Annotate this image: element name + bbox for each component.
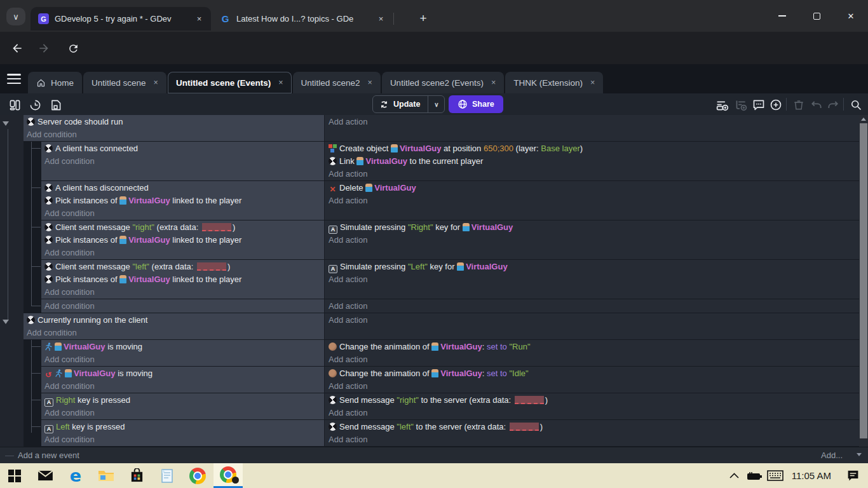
add-placeholder[interactable]: Add action (329, 433, 857, 446)
event-instruction[interactable]: A client has disconnected (44, 182, 322, 194)
main-menu-button[interactable] (7, 74, 21, 84)
actions-cell[interactable]: Create object VirtualGuy at position 650… (324, 142, 859, 180)
event-instruction[interactable]: Currently running on the client (27, 314, 322, 327)
event-instruction[interactable]: Change the animation of VirtualGuy: set … (329, 367, 857, 380)
collapse-event-1-icon[interactable] (3, 121, 9, 126)
conditions-cell[interactable]: ARight key is pressedAdd condition (41, 393, 324, 419)
event-instruction[interactable]: Client sent message "left" (extra data: … (44, 261, 322, 273)
taskbar-chrome-2-active[interactable] (214, 463, 243, 488)
add-placeholder[interactable]: Add action (329, 380, 857, 393)
update-button[interactable]: Update ∨ (372, 95, 445, 113)
gd-tab-untitled-scene2-events-[interactable]: Untitled scene2 (Events)× (382, 72, 504, 93)
taskbar-notepad[interactable] (153, 463, 182, 488)
event-instruction[interactable]: ALeft key is pressed (44, 421, 322, 433)
new-tab-button[interactable]: + (414, 10, 432, 27)
scrollbar-up-icon[interactable] (861, 118, 866, 121)
add-new-event-button[interactable]: Add a new event (18, 451, 79, 460)
actions-cell[interactable]: ASimulate pressing "Right" key for Virtu… (324, 220, 859, 259)
event-instruction[interactable]: Pick instances of VirtualGuy linked to t… (44, 273, 322, 286)
add-more-button[interactable]: Add... (821, 451, 843, 460)
add-placeholder[interactable]: Add condition (44, 207, 322, 220)
event-instruction[interactable]: Send message "left" to the server (extra… (329, 421, 857, 433)
add-placeholder[interactable]: Add action (329, 314, 857, 327)
open-panels-icon[interactable] (8, 98, 22, 112)
events-scrollbar[interactable] (859, 115, 868, 447)
minimize-button[interactable] (765, 0, 799, 32)
add-placeholder[interactable]: Add condition (44, 380, 322, 393)
browser-tab-1[interactable]: GGDevelop 5 - try again * - GDev× (31, 7, 211, 30)
event-instruction[interactable]: ASimulate pressing "Right" key for Virtu… (329, 221, 857, 234)
event-instruction[interactable]: ✕Delete VirtualGuy (329, 182, 857, 194)
battery-status[interactable] (745, 463, 765, 488)
event-instruction[interactable]: Link VirtualGuy to the current player (329, 155, 857, 168)
add-placeholder[interactable]: Add action (329, 300, 857, 313)
event-row-1[interactable]: Server code should runAdd conditionAdd a… (24, 115, 859, 141)
add-placeholder[interactable]: Add action (329, 234, 857, 247)
gd-tab-untitled-scene[interactable]: Untitled scene× (83, 72, 166, 93)
event-row-5[interactable]: Client sent message "left" (extra data: … (41, 260, 859, 299)
event-instruction[interactable]: Send message "right" to the server (extr… (329, 394, 857, 407)
actions-cell[interactable]: Send message "right" to the server (extr… (324, 393, 859, 419)
add-placeholder[interactable]: Add condition (44, 300, 322, 313)
conditions-cell[interactable]: ↺VirtualGuy is movingAdd condition (41, 367, 324, 393)
back-button[interactable] (9, 40, 25, 57)
close-tab-icon[interactable]: × (491, 78, 496, 87)
tab-search-button[interactable]: ∨ (6, 8, 25, 25)
conditions-cell[interactable]: Client sent message "left" (extra data: … (41, 260, 324, 299)
add-placeholder[interactable]: Add condition (27, 128, 322, 141)
close-tab-icon[interactable]: × (154, 78, 158, 87)
event-instruction[interactable]: Pick instances of VirtualGuy linked to t… (44, 234, 322, 247)
save-icon[interactable] (48, 98, 62, 112)
gd-tab-untitled-scene-events-[interactable]: Untitled scene (Events)× (168, 72, 292, 93)
empty-parameter-box[interactable] (197, 262, 226, 271)
collapse-event-7-icon[interactable] (3, 320, 9, 324)
actions-cell[interactable]: Change the animation of VirtualGuy: set … (324, 340, 859, 366)
actions-cell[interactable]: Send message "left" to the server (extra… (324, 420, 859, 446)
add-event-icon[interactable] (715, 98, 729, 112)
event-instruction[interactable]: A client has connected (44, 142, 322, 155)
actions-cell[interactable]: ASimulate pressing "Left" key for Virtua… (324, 260, 859, 299)
conditions-cell[interactable]: Server code should runAdd condition (24, 115, 324, 141)
event-instruction[interactable]: ARight key is pressed (44, 394, 322, 407)
delete-icon[interactable] (792, 98, 806, 112)
add-placeholder[interactable]: Add action (329, 194, 857, 207)
add-placeholder[interactable]: Add action (329, 353, 857, 366)
add-placeholder[interactable]: Add condition (44, 433, 322, 446)
add-placeholder[interactable]: Add condition (44, 155, 322, 168)
reload-button[interactable] (65, 40, 81, 57)
scrollbar-thumb[interactable] (860, 123, 867, 438)
actions-cell[interactable]: Change the animation of VirtualGuy: set … (324, 367, 859, 393)
event-instruction[interactable]: ASimulate pressing "Left" key for Virtua… (329, 261, 857, 273)
search-icon[interactable] (849, 98, 863, 112)
event-instruction[interactable]: ↺VirtualGuy is moving (44, 367, 322, 380)
conditions-cell[interactable]: A client has disconnectedPick instances … (41, 181, 324, 220)
gd-tab-untitled-scene2[interactable]: Untitled scene2× (293, 72, 381, 93)
empty-parameter-box[interactable] (510, 423, 539, 431)
redo-icon[interactable] (826, 98, 840, 112)
taskbar-store[interactable] (122, 463, 151, 488)
clock[interactable]: 11:05 AM (792, 470, 831, 481)
add-placeholder[interactable]: Add action (329, 407, 857, 419)
event-row-10[interactable]: ARight key is pressedAdd conditionSend m… (41, 393, 859, 419)
event-instruction[interactable]: VirtualGuy is moving (44, 341, 322, 353)
conditions-cell[interactable]: VirtualGuy is movingAdd condition (41, 340, 324, 366)
event-row-6[interactable]: Add conditionAdd action (41, 299, 859, 313)
taskbar-chrome-1[interactable] (183, 463, 212, 488)
event-row-2[interactable]: A client has connectedAdd conditionCreat… (41, 142, 859, 180)
tray-expand-button[interactable] (724, 463, 745, 488)
event-row-9[interactable]: ↺VirtualGuy is movingAdd conditionChange… (41, 367, 859, 393)
add-placeholder[interactable]: Add action (329, 273, 857, 286)
actions-cell[interactable]: Add action (324, 115, 859, 141)
close-tab-icon[interactable]: × (376, 13, 386, 24)
conditions-cell[interactable]: A client has connectedAdd condition (41, 142, 324, 180)
maximize-button[interactable] (799, 0, 834, 32)
action-center-button[interactable] (843, 463, 863, 488)
conditions-cell[interactable]: Add condition (41, 299, 324, 313)
actions-cell[interactable]: ✕Delete VirtualGuyAdd action (324, 181, 859, 220)
close-tab-icon[interactable]: × (194, 13, 205, 24)
event-row-8[interactable]: VirtualGuy is movingAdd conditionChange … (41, 340, 859, 366)
close-window-button[interactable]: ✕ (834, 0, 868, 32)
add-more-caret-icon[interactable] (857, 453, 862, 456)
conditions-cell[interactable]: Currently running on the clientAdd condi… (24, 313, 324, 339)
add-placeholder[interactable]: Add condition (44, 353, 322, 366)
